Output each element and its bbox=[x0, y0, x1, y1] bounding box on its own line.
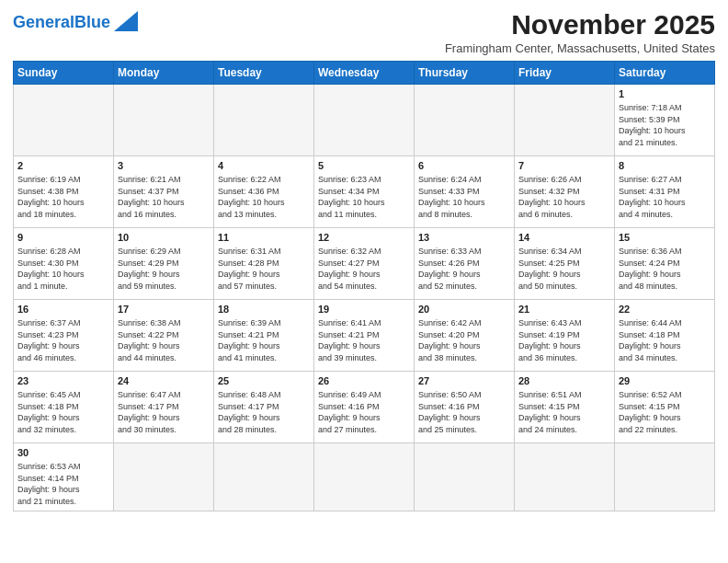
calendar-cell: 1Sunrise: 7:18 AM Sunset: 5:39 PM Daylig… bbox=[615, 85, 715, 156]
day-info: Sunrise: 6:26 AM Sunset: 4:32 PM Dayligh… bbox=[518, 175, 586, 219]
calendar-cell bbox=[214, 85, 314, 156]
day-info: Sunrise: 6:24 AM Sunset: 4:33 PM Dayligh… bbox=[418, 175, 485, 219]
day-number: 21 bbox=[518, 303, 610, 316]
calendar-cell bbox=[515, 85, 615, 156]
calendar-table: Sunday Monday Tuesday Wednesday Thursday… bbox=[13, 61, 715, 511]
day-info: Sunrise: 6:48 AM Sunset: 4:17 PM Dayligh… bbox=[218, 390, 281, 434]
header: GeneralBlue November 2025 Framingham Cen… bbox=[13, 9, 715, 55]
calendar-cell: 30Sunrise: 6:53 AM Sunset: 4:14 PM Dayli… bbox=[14, 443, 114, 511]
calendar-cell bbox=[415, 443, 515, 511]
calendar-cell: 25Sunrise: 6:48 AM Sunset: 4:17 PM Dayli… bbox=[214, 372, 314, 443]
day-number: 20 bbox=[418, 303, 510, 316]
day-number: 19 bbox=[318, 303, 410, 316]
day-number: 6 bbox=[418, 159, 510, 173]
day-number: 3 bbox=[118, 159, 210, 173]
calendar-cell: 19Sunrise: 6:41 AM Sunset: 4:21 PM Dayli… bbox=[314, 300, 415, 372]
header-monday: Monday bbox=[114, 62, 214, 85]
calendar-cell: 10Sunrise: 6:29 AM Sunset: 4:29 PM Dayli… bbox=[114, 228, 214, 300]
day-info: Sunrise: 6:32 AM Sunset: 4:27 PM Dayligh… bbox=[318, 247, 381, 291]
header-saturday: Saturday bbox=[615, 62, 715, 85]
calendar-cell: 8Sunrise: 6:27 AM Sunset: 4:31 PM Daylig… bbox=[615, 156, 715, 228]
calendar-cell: 4Sunrise: 6:22 AM Sunset: 4:36 PM Daylig… bbox=[214, 156, 314, 228]
day-info: Sunrise: 6:51 AM Sunset: 4:15 PM Dayligh… bbox=[518, 390, 582, 434]
day-info: Sunrise: 6:53 AM Sunset: 4:14 PM Dayligh… bbox=[17, 462, 81, 506]
day-number: 7 bbox=[518, 159, 610, 173]
calendar-cell: 27Sunrise: 6:50 AM Sunset: 4:16 PM Dayli… bbox=[415, 372, 515, 443]
day-number: 28 bbox=[518, 374, 610, 388]
day-info: Sunrise: 6:33 AM Sunset: 4:26 PM Dayligh… bbox=[418, 247, 482, 291]
day-info: Sunrise: 6:42 AM Sunset: 4:20 PM Dayligh… bbox=[418, 318, 482, 362]
header-sunday: Sunday bbox=[14, 62, 114, 85]
day-number: 25 bbox=[218, 374, 310, 388]
day-info: Sunrise: 6:44 AM Sunset: 4:18 PM Dayligh… bbox=[619, 318, 682, 362]
calendar-cell: 9Sunrise: 6:28 AM Sunset: 4:30 PM Daylig… bbox=[14, 228, 114, 300]
day-number: 27 bbox=[418, 374, 510, 388]
calendar-cell: 22Sunrise: 6:44 AM Sunset: 4:18 PM Dayli… bbox=[615, 300, 715, 372]
calendar-cell: 21Sunrise: 6:43 AM Sunset: 4:19 PM Dayli… bbox=[515, 300, 615, 372]
day-number: 5 bbox=[318, 159, 410, 173]
calendar-cell: 20Sunrise: 6:42 AM Sunset: 4:20 PM Dayli… bbox=[415, 300, 515, 372]
day-info: Sunrise: 6:19 AM Sunset: 4:38 PM Dayligh… bbox=[17, 175, 85, 219]
day-info: Sunrise: 6:41 AM Sunset: 4:21 PM Dayligh… bbox=[318, 318, 381, 362]
logo-text: GeneralBlue bbox=[13, 14, 110, 30]
calendar-cell: 12Sunrise: 6:32 AM Sunset: 4:27 PM Dayli… bbox=[314, 228, 415, 300]
calendar-cell: 11Sunrise: 6:31 AM Sunset: 4:28 PM Dayli… bbox=[214, 228, 314, 300]
calendar-cell bbox=[114, 443, 214, 511]
day-number: 1 bbox=[619, 87, 711, 101]
day-info: Sunrise: 6:29 AM Sunset: 4:29 PM Dayligh… bbox=[118, 247, 181, 291]
calendar-cell: 17Sunrise: 6:38 AM Sunset: 4:22 PM Dayli… bbox=[114, 300, 214, 372]
day-info: Sunrise: 6:31 AM Sunset: 4:28 PM Dayligh… bbox=[218, 247, 281, 291]
calendar-cell bbox=[415, 85, 515, 156]
calendar-cell: 29Sunrise: 6:52 AM Sunset: 4:15 PM Dayli… bbox=[615, 372, 715, 443]
day-info: Sunrise: 6:38 AM Sunset: 4:22 PM Dayligh… bbox=[118, 318, 181, 362]
day-info: Sunrise: 6:37 AM Sunset: 4:23 PM Dayligh… bbox=[17, 318, 81, 362]
day-info: Sunrise: 6:45 AM Sunset: 4:18 PM Dayligh… bbox=[17, 390, 81, 434]
day-number: 15 bbox=[619, 231, 711, 245]
logo-blue: Blue bbox=[74, 13, 110, 31]
calendar-cell: 26Sunrise: 6:49 AM Sunset: 4:16 PM Dayli… bbox=[314, 372, 415, 443]
header-wednesday: Wednesday bbox=[314, 62, 415, 85]
day-info: Sunrise: 6:34 AM Sunset: 4:25 PM Dayligh… bbox=[518, 247, 582, 291]
day-info: Sunrise: 6:22 AM Sunset: 4:36 PM Dayligh… bbox=[218, 175, 285, 219]
day-number: 13 bbox=[418, 231, 510, 245]
calendar-cell: 5Sunrise: 6:23 AM Sunset: 4:34 PM Daylig… bbox=[314, 156, 415, 228]
day-number: 9 bbox=[17, 231, 109, 245]
title-area: November 2025 Framingham Center, Massach… bbox=[445, 9, 715, 55]
day-info: Sunrise: 6:52 AM Sunset: 4:15 PM Dayligh… bbox=[619, 390, 682, 434]
calendar-cell: 24Sunrise: 6:47 AM Sunset: 4:17 PM Dayli… bbox=[114, 372, 214, 443]
day-info: Sunrise: 6:43 AM Sunset: 4:19 PM Dayligh… bbox=[518, 318, 582, 362]
header-thursday: Thursday bbox=[415, 62, 515, 85]
svg-marker-0 bbox=[114, 11, 138, 31]
day-number: 26 bbox=[318, 374, 410, 388]
day-number: 18 bbox=[218, 303, 310, 316]
day-info: Sunrise: 6:28 AM Sunset: 4:30 PM Dayligh… bbox=[17, 247, 85, 291]
day-info: Sunrise: 6:21 AM Sunset: 4:37 PM Dayligh… bbox=[118, 175, 185, 219]
calendar-cell: 16Sunrise: 6:37 AM Sunset: 4:23 PM Dayli… bbox=[14, 300, 114, 372]
day-info: Sunrise: 6:47 AM Sunset: 4:17 PM Dayligh… bbox=[118, 390, 181, 434]
day-info: Sunrise: 6:39 AM Sunset: 4:21 PM Dayligh… bbox=[218, 318, 281, 362]
calendar-cell: 18Sunrise: 6:39 AM Sunset: 4:21 PM Dayli… bbox=[214, 300, 314, 372]
calendar-cell: 6Sunrise: 6:24 AM Sunset: 4:33 PM Daylig… bbox=[415, 156, 515, 228]
calendar-cell: 28Sunrise: 6:51 AM Sunset: 4:15 PM Dayli… bbox=[515, 372, 615, 443]
calendar-cell bbox=[214, 443, 314, 511]
day-number: 24 bbox=[118, 374, 210, 388]
day-number: 23 bbox=[17, 374, 109, 388]
calendar-cell bbox=[114, 85, 214, 156]
day-number: 4 bbox=[218, 159, 310, 173]
day-number: 12 bbox=[318, 231, 410, 245]
calendar-cell: 14Sunrise: 6:34 AM Sunset: 4:25 PM Dayli… bbox=[515, 228, 615, 300]
day-info: Sunrise: 6:50 AM Sunset: 4:16 PM Dayligh… bbox=[418, 390, 482, 434]
logo-general: General bbox=[13, 13, 74, 31]
month-year: November 2025 bbox=[445, 9, 715, 40]
logo-area: GeneralBlue bbox=[13, 9, 138, 31]
calendar-page: GeneralBlue November 2025 Framingham Cen… bbox=[0, 0, 728, 563]
day-info: Sunrise: 7:18 AM Sunset: 5:39 PM Dayligh… bbox=[619, 103, 686, 147]
calendar-cell: 15Sunrise: 6:36 AM Sunset: 4:24 PM Dayli… bbox=[615, 228, 715, 300]
day-info: Sunrise: 6:27 AM Sunset: 4:31 PM Dayligh… bbox=[619, 175, 686, 219]
day-number: 17 bbox=[118, 303, 210, 316]
day-number: 8 bbox=[619, 159, 711, 173]
calendar-cell: 7Sunrise: 6:26 AM Sunset: 4:32 PM Daylig… bbox=[515, 156, 615, 228]
day-number: 11 bbox=[218, 231, 310, 245]
day-number: 30 bbox=[17, 446, 109, 460]
calendar-cell bbox=[14, 85, 114, 156]
